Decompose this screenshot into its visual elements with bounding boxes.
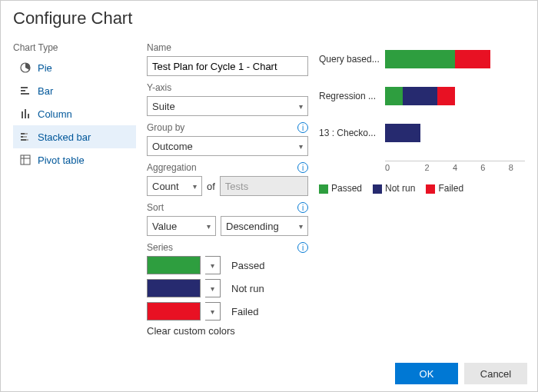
bar-icon [19,85,32,97]
series-list: ▾Passed▾Not run▾Failed [147,256,308,321]
info-icon[interactable]: i [297,162,308,173]
sortby-select[interactable]: Value ▾ [147,216,216,236]
aggregation-field-select: Tests [220,176,308,196]
axis-tick: 4 [441,163,469,172]
series-row-passed: ▾Passed [147,256,308,274]
chart-type-label: Column [38,108,72,120]
stacked-bar-icon [19,131,32,143]
pivot-table-icon [19,154,32,166]
pie-icon [19,61,32,74]
chart-type-pie[interactable]: Pie [13,56,136,79]
series-label: Series [147,242,173,253]
category-label: Regression ... [319,91,385,101]
bar-segment [455,50,490,68]
info-icon[interactable]: i [297,122,308,133]
chart-bar-row: Query based... [319,50,525,68]
svg-rect-1 [21,87,28,88]
chevron-down-icon: ▾ [299,102,303,111]
svg-rect-13 [21,155,30,164]
chart-type-column[interactable]: Column [13,102,136,125]
color-picker[interactable]: ▾ [205,256,221,274]
axis-tick: 6 [469,163,496,172]
chart-type-bar[interactable]: Bar [13,79,136,102]
svg-rect-9 [21,136,23,138]
aggregation-select[interactable]: Count ▾ [147,176,202,196]
bar-segment [385,50,455,68]
color-swatch [147,279,201,297]
info-icon[interactable]: i [297,242,308,253]
svg-rect-4 [22,111,23,118]
groupby-label: Group by [147,122,184,133]
chart-type-list: PieBarColumnStacked barPivot table [13,56,136,171]
svg-rect-12 [26,139,28,141]
chevron-down-icon: ▾ [211,261,214,270]
chart-legend: PassedNot runFailed [319,183,525,194]
chart-type-label: Bar [38,85,53,97]
series-row-failed: ▾Failed [147,302,308,321]
color-swatch [147,302,201,321]
color-picker[interactable]: ▾ [205,302,221,321]
chart-type-stacked-bar[interactable]: Stacked bar [13,125,136,148]
svg-rect-11 [21,139,26,141]
aggregation-value: Count [152,181,179,192]
clear-colors-link[interactable]: Clear custom colors [147,325,308,337]
cancel-button[interactable]: Cancel [464,363,527,384]
chevron-down-icon: ▾ [193,182,197,191]
chart-bar-row: Regression ... [319,87,525,105]
bar-segment [437,87,455,105]
chart-type-label: Pie [38,62,52,74]
legend-item: Passed [319,183,362,194]
yaxis-select[interactable]: Suite ▾ [147,96,308,116]
x-axis: 02468 [385,161,525,171]
category-label: 13 : Checko... [319,128,385,138]
svg-rect-7 [21,133,25,135]
axis-tick: 2 [413,163,440,172]
chevron-down-icon: ▾ [211,307,214,316]
groupby-select[interactable]: Outcome ▾ [147,136,308,156]
chevron-down-icon: ▾ [207,222,211,231]
legend-swatch [373,184,382,194]
sortby-value: Value [152,221,177,232]
series-label: Passed [231,260,264,271]
column-icon [19,108,32,120]
chart-preview: Query based...Regression ...13 : Checko.… [319,50,525,194]
aggregation-of: of [207,181,215,192]
legend-swatch [319,184,328,194]
legend-swatch [426,184,435,194]
svg-rect-10 [23,136,27,138]
series-row-not-run: ▾Not run [147,279,308,297]
svg-rect-8 [25,133,28,135]
axis-tick: 8 [497,163,525,172]
series-label: Failed [231,306,258,317]
chevron-down-icon: ▾ [299,222,303,231]
sortdir-value: Descending [226,221,279,232]
chevron-down-icon: ▾ [211,284,214,293]
groupby-value: Outcome [152,141,193,152]
chart-bar-row: 13 : Checko... [319,124,525,142]
color-picker[interactable]: ▾ [205,279,221,297]
chart-type-pivot-table[interactable]: Pivot table [13,148,136,171]
svg-rect-6 [28,114,29,118]
info-icon[interactable]: i [297,202,308,213]
aggregation-label: Aggregation [147,162,197,173]
legend-item: Not run [373,183,415,194]
series-label: Not run [231,283,264,294]
name-input[interactable] [147,56,308,76]
chevron-down-icon: ▾ [299,142,303,151]
yaxis-label: Y-axis [147,82,308,93]
yaxis-value: Suite [152,101,175,112]
sort-label: Sort [147,202,164,213]
legend-item: Failed [426,183,463,194]
chart-type-label: Stacked bar [38,131,91,143]
name-label: Name [147,42,308,53]
axis-tick: 0 [385,163,413,172]
color-swatch [147,256,201,274]
ok-button[interactable]: OK [395,363,458,384]
sortdir-select[interactable]: Descending ▾ [221,216,308,236]
category-label: Query based... [319,54,385,65]
chart-type-label: Chart Type [13,42,136,53]
svg-rect-3 [21,93,29,95]
bar-segment [385,124,420,142]
bar-segment [385,87,403,105]
svg-rect-5 [25,109,26,118]
